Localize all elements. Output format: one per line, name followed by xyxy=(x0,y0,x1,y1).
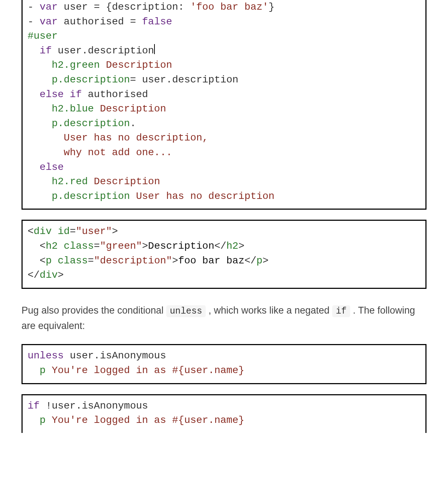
code-text: p.description xyxy=(52,118,130,129)
code-text: p xyxy=(40,365,46,376)
document-page: - var user = {description: 'foo bar baz'… xyxy=(0,0,448,447)
code-text: h2.red xyxy=(52,176,88,187)
code-text: h2 xyxy=(227,240,239,252)
code-text: - xyxy=(28,16,40,27)
code-block-if-negated-example[interactable]: if !user.isAnonymous p You're logged in … xyxy=(22,394,426,433)
code-text xyxy=(52,226,58,237)
code-text: > xyxy=(262,255,268,266)
code-text: if xyxy=(40,45,52,56)
code-text xyxy=(28,132,64,143)
paragraph-unless-explanation: Pug also provides the conditional unless… xyxy=(22,303,426,334)
code-text xyxy=(28,176,52,187)
code-text: authorised xyxy=(82,89,148,100)
code-text: #user xyxy=(28,30,58,42)
code-text: = xyxy=(70,226,76,237)
code-text: You're logged in as #{user.name} xyxy=(46,365,244,376)
code-text: div xyxy=(34,226,52,237)
code-text: p xyxy=(46,255,52,266)
code-text: user.description xyxy=(52,45,154,56)
code-text: Description xyxy=(148,240,214,252)
code-text xyxy=(28,118,52,129)
code-text: </ xyxy=(214,240,227,252)
code-text: User has no description xyxy=(130,191,275,202)
code-text: = xyxy=(88,255,94,266)
code-text: > xyxy=(58,270,64,281)
code-text: else if xyxy=(40,89,82,100)
code-text: Description xyxy=(100,59,172,71)
code-text: </ xyxy=(28,270,40,281)
inline-code-unless: unless xyxy=(166,305,206,317)
code-text: var xyxy=(40,1,58,13)
code-text: - xyxy=(28,1,40,13)
code-block-pug-conditional[interactable]: - var user = {description: 'foo bar baz'… xyxy=(22,0,426,210)
code-text: User has no description, xyxy=(64,132,208,143)
code-text: h2.green xyxy=(52,59,100,71)
code-text: class xyxy=(58,255,88,266)
code-text: Description xyxy=(88,176,160,187)
code-text: div xyxy=(40,270,58,281)
code-text: h2 xyxy=(46,240,58,252)
code-text: !user.isAnonymous xyxy=(40,400,148,411)
inline-code-if: if xyxy=(332,305,350,317)
code-text: You're logged in as #{user.name} xyxy=(46,415,244,426)
code-text: unless xyxy=(28,350,64,361)
code-text: h2.blue xyxy=(52,103,94,114)
code-text: < xyxy=(28,255,46,266)
code-text xyxy=(28,59,52,71)
code-text: > xyxy=(142,240,148,252)
code-text: user.isAnonymous xyxy=(64,350,166,361)
prose-text: Pug also provides the conditional xyxy=(22,305,166,316)
text-cursor xyxy=(154,44,155,54)
code-text xyxy=(28,45,40,56)
code-text: "user" xyxy=(76,226,112,237)
code-text xyxy=(28,74,52,85)
code-text: else xyxy=(40,162,64,173)
code-text: foo bar baz xyxy=(178,255,244,266)
code-text xyxy=(28,365,40,376)
code-block-unless-example[interactable]: unless user.isAnonymous p You're logged … xyxy=(22,344,426,384)
code-text xyxy=(28,103,52,114)
code-text xyxy=(28,191,52,202)
code-text: var xyxy=(40,16,58,27)
code-text: authorised = xyxy=(58,16,142,27)
code-text: p.description xyxy=(52,191,130,202)
code-text xyxy=(28,147,64,158)
code-text: < xyxy=(28,226,34,237)
code-text: if xyxy=(28,400,40,411)
code-text xyxy=(28,162,40,173)
code-text: p.description xyxy=(52,74,130,85)
code-text: > xyxy=(112,226,118,237)
code-text xyxy=(28,415,40,426)
code-text: user = {description: xyxy=(58,1,190,13)
code-text: false xyxy=(142,16,172,27)
code-text: } xyxy=(268,1,275,13)
code-text: > xyxy=(172,255,178,266)
code-text: Description xyxy=(94,103,166,114)
code-text: "description" xyxy=(94,255,172,266)
code-text: p xyxy=(40,415,46,426)
code-text: </ xyxy=(244,255,257,266)
code-text: = user.description xyxy=(130,74,238,85)
code-text xyxy=(52,255,58,266)
code-text: id xyxy=(58,226,70,237)
code-text xyxy=(58,240,64,252)
code-text: class xyxy=(64,240,94,252)
code-text: < xyxy=(28,240,46,252)
code-text: why not add one... xyxy=(64,147,172,158)
code-text: "green" xyxy=(100,240,142,252)
code-text: 'foo bar baz' xyxy=(190,1,268,13)
code-text: . xyxy=(130,118,136,129)
code-block-html-output[interactable]: <div id="user"> <h2 class="green">Descri… xyxy=(22,220,426,288)
code-text: p xyxy=(257,255,263,266)
prose-text: , which works like a negated xyxy=(206,305,332,316)
code-text xyxy=(28,89,40,100)
code-text: = xyxy=(94,240,100,252)
code-text: > xyxy=(238,240,244,252)
